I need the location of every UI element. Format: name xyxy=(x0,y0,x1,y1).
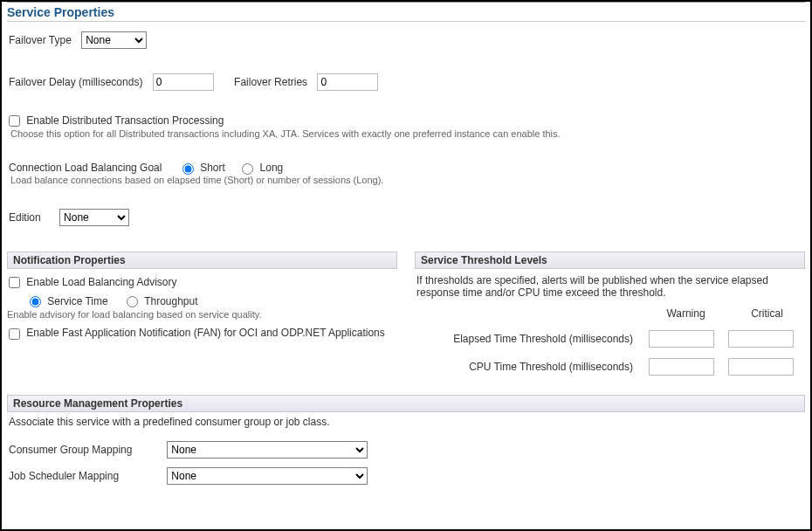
rm-consumer-select[interactable]: None xyxy=(167,441,368,459)
edition-row: Edition None xyxy=(9,208,803,227)
clb-short-label: Short xyxy=(200,162,225,174)
clb-long-wrap[interactable]: Long xyxy=(242,162,283,174)
clb-block: Connection Load Balancing Goal Short Lon… xyxy=(9,162,803,184)
clb-long-radio[interactable] xyxy=(242,163,253,175)
threshold-table-head: Warning Critical xyxy=(415,307,805,320)
dtp-checkbox[interactable] xyxy=(9,115,20,127)
lba-checkbox-wrap[interactable]: Enable Load Balancing Advisory xyxy=(9,276,176,288)
notification-col: Notification Properties Enable Load Bala… xyxy=(7,239,397,376)
edition-select[interactable]: None xyxy=(59,209,129,226)
rm-consumer-label: Consumer Group Mapping xyxy=(9,440,157,459)
edition-label: Edition xyxy=(9,211,41,224)
failover-retries-label: Failover Retries xyxy=(234,76,307,88)
lba-checkbox[interactable] xyxy=(9,277,20,288)
service-properties-panel: Service Properties Failover Type None Fa… xyxy=(0,0,812,531)
threshold-elapsed-critical-input[interactable] xyxy=(728,330,794,348)
failover-delay-input[interactable] xyxy=(153,73,214,91)
failover-type-row: Failover Type None xyxy=(9,31,803,50)
lba-checkbox-label: Enable Load Balancing Advisory xyxy=(26,276,176,288)
threshold-col: Service Threshold Levels If thresholds a… xyxy=(415,239,805,376)
failover-delay-row: Failover Delay (milliseconds) Failover R… xyxy=(9,72,803,92)
lba-throughput-label: Throughput xyxy=(144,295,197,307)
failover-retries-input[interactable] xyxy=(317,73,378,91)
threshold-elapsed-row: Elapsed Time Threshold (milliseconds) xyxy=(415,330,805,348)
dtp-block: Enable Distributed Transaction Processin… xyxy=(9,114,803,139)
threshold-elapsed-label: Elapsed Time Threshold (milliseconds) xyxy=(415,333,642,345)
threshold-cpu-critical-input[interactable] xyxy=(728,358,794,376)
dtp-checkbox-wrap[interactable]: Enable Distributed Transaction Processin… xyxy=(9,114,224,127)
clb-label: Connection Load Balancing Goal xyxy=(9,162,162,174)
threshold-warning-header: Warning xyxy=(649,307,723,320)
lba-servicetime-label: Service Time xyxy=(47,295,107,307)
rm-desc: Associate this service with a predefined… xyxy=(9,416,803,428)
fan-checkbox-wrap[interactable]: Enable Fast Application Notification (FA… xyxy=(9,327,385,339)
lba-servicetime-radio[interactable] xyxy=(30,296,41,307)
dtp-hint: Choose this option for all Distributed t… xyxy=(10,128,802,139)
failover-type-label: Failover Type xyxy=(9,34,72,46)
clb-long-label: Long xyxy=(260,162,284,174)
lba-servicetime-wrap[interactable]: Service Time xyxy=(30,295,111,307)
rm-job-row: Job Scheduler Mapping None xyxy=(9,466,803,486)
fan-block: Enable Fast Application Notification (FA… xyxy=(9,327,396,339)
threshold-critical-header: Critical xyxy=(730,307,804,320)
threshold-cpu-warning-input[interactable] xyxy=(649,358,714,376)
threshold-cpu-label: CPU Time Threshold (milliseconds) xyxy=(415,361,642,373)
lba-throughput-wrap[interactable]: Throughput xyxy=(127,295,198,307)
fan-checkbox-label: Enable Fast Application Notification (FA… xyxy=(26,327,384,339)
rm-header: Resource Management Properties xyxy=(7,395,805,412)
failover-delay-label: Failover Delay (milliseconds) xyxy=(9,76,142,88)
fan-checkbox[interactable] xyxy=(9,328,20,340)
failover-type-select[interactable]: None xyxy=(81,31,147,49)
page-title: Service Properties xyxy=(7,4,805,22)
notification-header: Notification Properties xyxy=(7,252,397,269)
dtp-checkbox-label: Enable Distributed Transaction Processin… xyxy=(26,114,224,127)
threshold-header: Service Threshold Levels xyxy=(415,252,805,269)
threshold-table: Warning Critical Elapsed Time Threshold … xyxy=(415,307,805,376)
threshold-elapsed-warning-input[interactable] xyxy=(649,330,714,348)
threshold-cpu-row: CPU Time Threshold (milliseconds) xyxy=(415,358,805,376)
clb-hint: Load balance connections based on elapse… xyxy=(10,175,802,185)
rm-job-label: Job Scheduler Mapping xyxy=(9,466,157,486)
clb-short-wrap[interactable]: Short xyxy=(182,162,228,174)
top-rule xyxy=(7,2,805,3)
threshold-desc: If thresholds are specified, alerts will… xyxy=(416,274,803,299)
clb-short-radio[interactable] xyxy=(182,163,194,175)
lba-hint: Enable advisory for load balancing based… xyxy=(7,309,394,320)
threshold-head-spacer xyxy=(415,307,642,320)
rm-consumer-row: Consumer Group Mapping None xyxy=(9,440,803,459)
rm-job-select[interactable]: None xyxy=(167,467,368,485)
lba-radios: Service Time Throughput xyxy=(30,295,396,307)
two-column-section: Notification Properties Enable Load Bala… xyxy=(7,239,805,376)
lba-block: Enable Load Balancing Advisory Service T… xyxy=(9,276,396,321)
lba-throughput-radio[interactable] xyxy=(127,296,138,307)
